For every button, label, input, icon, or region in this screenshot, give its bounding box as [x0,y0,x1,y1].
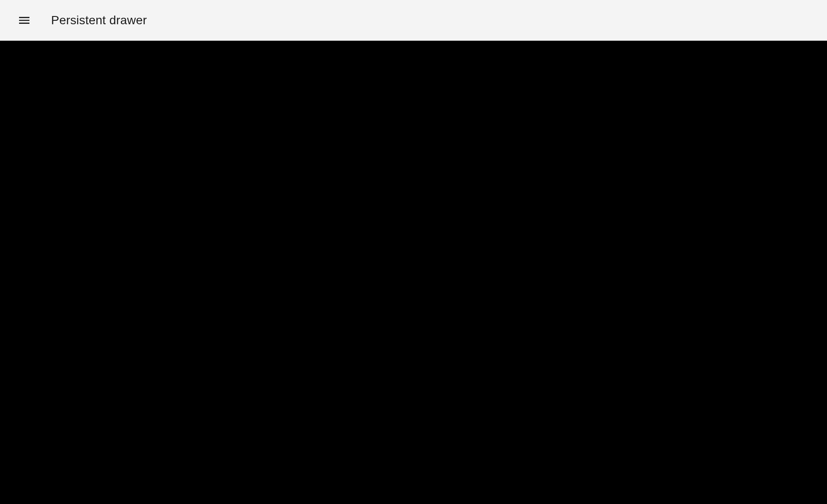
app-bar: Persistent drawer [0,0,827,41]
menu-button[interactable] [14,10,35,31]
hamburger-menu-icon [17,13,31,27]
app-title: Persistent drawer [51,13,147,27]
main-content [0,41,827,504]
